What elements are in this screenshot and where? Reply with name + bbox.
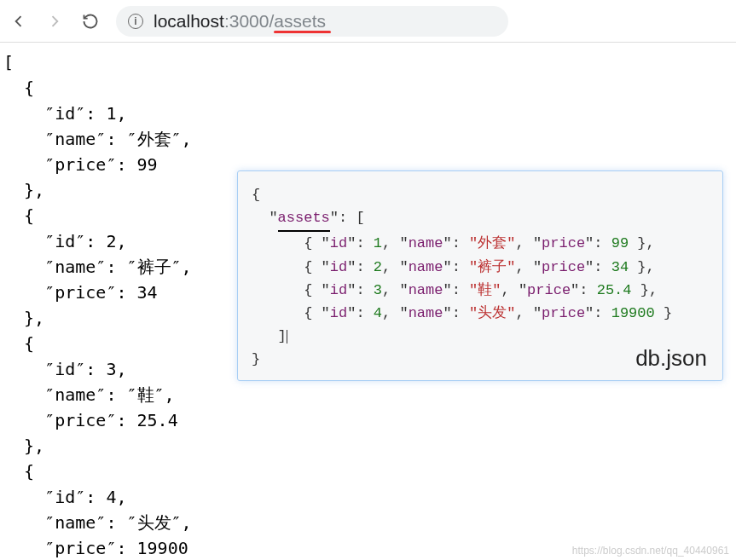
site-info-icon[interactable]: i xyxy=(128,14,143,29)
page-content: [ { ″id″: 1, ″name″: ″外套″, ″price″: 99 }… xyxy=(0,43,736,560)
url-path-underline xyxy=(274,31,331,33)
browser-toolbar: i localhost:3000/assets xyxy=(0,0,736,43)
watermark-text: https://blog.csdn.net/qq_40440961 xyxy=(572,545,729,557)
db-json-card: { "assets": [ { "id": 1, "name": "外套", "… xyxy=(237,170,723,381)
db-json-code: { "assets": [ { "id": 1, "name": "外套", "… xyxy=(252,183,709,372)
url-text: localhost:3000/assets xyxy=(154,11,326,32)
back-button[interactable] xyxy=(9,11,29,32)
reload-button[interactable] xyxy=(80,11,101,32)
card-filename-label: db.json xyxy=(635,345,707,372)
url-path: assets xyxy=(274,11,326,31)
url-port: :3000/ xyxy=(224,11,274,31)
address-bar[interactable]: i localhost:3000/assets xyxy=(116,6,508,37)
url-host: localhost xyxy=(154,11,224,31)
forward-button[interactable] xyxy=(44,11,65,32)
